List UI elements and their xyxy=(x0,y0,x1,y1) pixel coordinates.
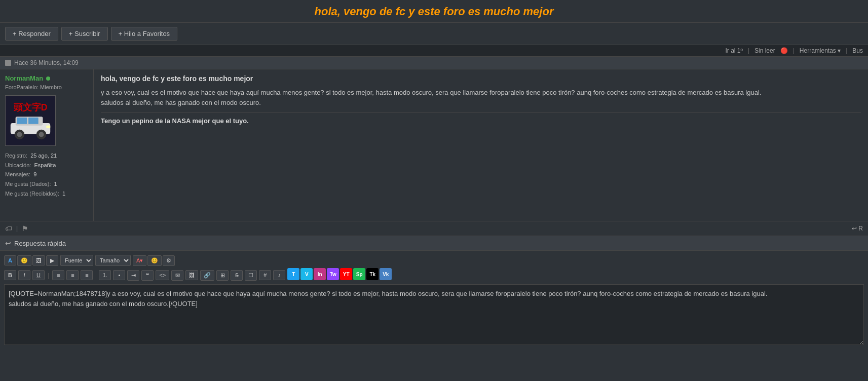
vk-btn[interactable]: Vk xyxy=(380,268,392,280)
unread-link[interactable]: Sin leer xyxy=(754,47,775,54)
nav-separator3: | xyxy=(846,47,847,54)
tag-icon[interactable]: 🏷 xyxy=(5,224,12,233)
online-indicator xyxy=(46,77,50,81)
vimeo-btn[interactable]: V xyxy=(300,268,313,280)
font-color-btn[interactable]: A▾ xyxy=(133,255,146,266)
user-stats: Registro: 25 ago, 21 Ubicación: Españita… xyxy=(5,151,88,198)
user-role: ForoParalelo: Miembro xyxy=(5,84,88,90)
page-title-bar: hola, vengo de fc y este foro es mucho m… xyxy=(0,0,868,23)
bus-link[interactable]: Bus xyxy=(852,47,863,54)
bold-btn[interactable]: B xyxy=(4,270,16,280)
extra-btn[interactable]: ⚙ xyxy=(163,255,175,266)
post-title: hola, vengo de fc y este foro es mucho m… xyxy=(101,74,861,83)
underline-btn[interactable]: U xyxy=(32,270,45,280)
post-body: y a eso voy, cual es el motivo que hace … xyxy=(101,88,861,107)
user-sidebar: NormanMan ForoParalelo: Miembro 頭文字D xyxy=(0,69,94,221)
post-actions-right: ↩ R xyxy=(852,225,863,232)
post-content: hola, vengo de fc y este foro es mucho m… xyxy=(94,69,868,221)
username-row: NormanMan xyxy=(5,74,88,82)
mail-btn[interactable]: ✉ xyxy=(171,270,183,281)
social-icons-row: T V In Tw YT Sp Tk Vk xyxy=(287,268,392,280)
svg-point-9 xyxy=(39,132,44,137)
avatar: 頭文字D xyxy=(5,95,56,146)
twitch-btn[interactable]: Tw xyxy=(327,268,339,280)
reply-arrow-icon: ↩ xyxy=(5,239,11,247)
format-img-btn[interactable]: 🖼 xyxy=(32,255,45,265)
action-bar: + Responder + Suscribir + Hilo a Favorit… xyxy=(0,23,868,45)
post-signature: Tengo un pepino de la NASA mejor que el … xyxy=(101,112,861,125)
divider1: | xyxy=(48,272,49,279)
format-video-btn[interactable]: ▶ xyxy=(46,255,58,266)
media-btn[interactable]: ♪ xyxy=(273,270,285,280)
code-btn[interactable]: <> xyxy=(156,270,169,280)
tiktok-btn[interactable]: Tk xyxy=(366,268,379,280)
post-timestamp: Hace 36 Minutos, 14:09 xyxy=(14,59,79,66)
ol-btn[interactable]: 1. xyxy=(99,270,111,280)
svg-rect-10 xyxy=(46,126,50,128)
instagram-btn[interactable]: In xyxy=(314,268,326,280)
align-center-btn[interactable]: ≡ xyxy=(66,270,79,280)
svg-point-7 xyxy=(17,132,22,137)
size-select[interactable]: Tamaño xyxy=(95,255,131,266)
svg-text:頭文字D: 頭文字D xyxy=(14,102,48,112)
link-btn[interactable]: 🔗 xyxy=(200,270,214,281)
top-nav: Ir al 1º | Sin leer 🔴 | Herramientas ▾ |… xyxy=(0,45,868,57)
flag-icon[interactable]: ⚑ xyxy=(22,224,28,233)
reply-action-text[interactable]: ↩ R xyxy=(852,225,863,232)
italic-btn[interactable]: I xyxy=(18,270,30,280)
post-container: NormanMan ForoParalelo: Miembro 頭文字D xyxy=(0,69,868,221)
font-select[interactable]: Fuente xyxy=(60,255,93,266)
reply-button[interactable]: + Responder xyxy=(5,27,58,41)
hash-btn[interactable]: # xyxy=(259,270,271,280)
post-icon xyxy=(5,60,11,66)
format-a-btn[interactable]: A xyxy=(4,255,16,265)
quick-reply-bar: ↩ Respuesta rápida xyxy=(0,236,868,251)
format-smiley-btn[interactable]: 🙂 xyxy=(17,255,31,266)
post-timestamp-bar: Hace 36 Minutos, 14:09 xyxy=(0,57,868,69)
spoiler-btn[interactable]: ⊞ xyxy=(216,270,229,281)
align-right-btn[interactable]: ≡ xyxy=(81,270,93,280)
favorites-button[interactable]: + Hilo a Favoritos xyxy=(111,27,178,41)
editor-toolbar-second: B I U | ≡ ≡ ≡ 1. • ⇥ ❝ <> ✉ 🖼 🔗 ⊞ S̶ ☐ #… xyxy=(4,268,864,282)
separator: | xyxy=(16,225,18,232)
username[interactable]: NormanMan xyxy=(5,74,43,82)
editor-container: A 🙂 🖼 ▶ Fuente Tamaño A▾ 😊 ⚙ B I U | ≡ ≡… xyxy=(0,251,868,351)
format-icons-group: A 🙂 🖼 ▶ xyxy=(4,255,58,266)
strike-btn[interactable]: S̶ xyxy=(231,270,243,281)
twitter-btn[interactable]: T xyxy=(287,268,299,280)
img2-btn[interactable]: 🖼 xyxy=(185,270,198,280)
align-left-btn[interactable]: ≡ xyxy=(52,270,64,280)
unread-count: 🔴 xyxy=(780,47,788,54)
post-actions-left: 🏷 | ⚑ xyxy=(5,224,28,233)
quote-btn[interactable]: ❝ xyxy=(141,270,154,281)
color-group: A▾ 😊 ⚙ xyxy=(133,255,175,266)
nav-separator: | xyxy=(748,47,749,54)
box-btn[interactable]: ☐ xyxy=(245,270,257,281)
svg-rect-5 xyxy=(28,118,39,124)
tools-link[interactable]: Herramientas ▾ xyxy=(800,47,841,54)
reply-textarea[interactable]: [QUOTE=NormanMan;18478718]y a eso voy, c… xyxy=(4,284,864,345)
post-actions-strip: 🏷 | ⚑ ↩ R xyxy=(0,221,868,236)
ul-btn[interactable]: • xyxy=(113,270,125,280)
indent-btn[interactable]: ⇥ xyxy=(127,270,139,281)
smiley-btn[interactable]: 😊 xyxy=(147,255,162,266)
nav-separator2: | xyxy=(793,47,795,54)
page-title: hola, vengo de fc y este foro es mucho m… xyxy=(0,5,868,18)
subscribe-button[interactable]: + Suscribir xyxy=(61,27,108,41)
svg-rect-4 xyxy=(17,118,27,124)
quick-reply-label: Respuesta rápida xyxy=(14,240,66,247)
youtube-btn[interactable]: YT xyxy=(340,268,352,280)
editor-toolbar-top: A 🙂 🖼 ▶ Fuente Tamaño A▾ 😊 ⚙ xyxy=(4,255,864,266)
goto-first-link[interactable]: Ir al 1º xyxy=(725,47,742,54)
spotify-btn[interactable]: Sp xyxy=(353,268,365,280)
